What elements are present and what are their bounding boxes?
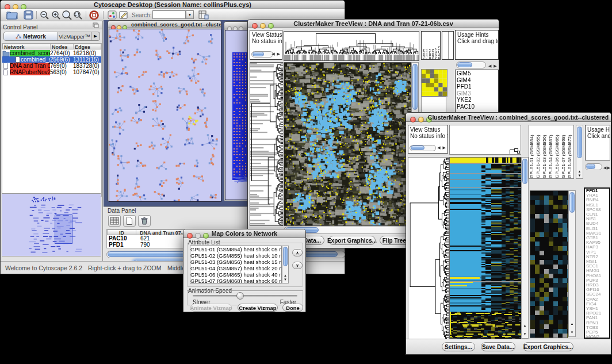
zoom-out-icon[interactable] bbox=[40, 10, 49, 20]
search-input[interactable] bbox=[152, 10, 186, 19]
gene-label[interactable]: PUF3 bbox=[586, 278, 609, 283]
help-lifering-icon[interactable] bbox=[89, 10, 99, 20]
gene-label[interactable]: ELG1 bbox=[586, 227, 609, 231]
zoom-in-icon[interactable] bbox=[51, 10, 61, 20]
tab-vizmapper[interactable]: VizMapper™ bbox=[58, 32, 91, 40]
float-panel-icon[interactable] bbox=[93, 22, 99, 28]
gene-label[interactable]: GIM3 bbox=[457, 90, 498, 97]
network-table-header[interactable]: Network Nodes Edges bbox=[2, 44, 101, 49]
speed-slider-thumb[interactable] bbox=[236, 292, 244, 300]
dialog-titlebar[interactable]: Map Colors to Network bbox=[183, 229, 305, 238]
create-vizmap-button[interactable]: Create Vizmap bbox=[238, 304, 278, 312]
treeview2-row-dendrogram[interactable] bbox=[408, 157, 449, 340]
treeview2-titlebar[interactable]: ClusterMaker TreeView : combined_scores_… bbox=[406, 113, 611, 122]
tab-overflow-arrow[interactable]: ▶ bbox=[91, 32, 100, 40]
gene-label[interactable]: GTB1 bbox=[586, 236, 609, 240]
gene-label[interactable]: SPC98 bbox=[586, 208, 609, 212]
network-row-combined-scores[interactable]: combined_scores 2764(0) 16218(0) bbox=[2, 50, 101, 56]
gene-label[interactable]: MSL1 bbox=[586, 203, 609, 208]
gene-label[interactable]: HRD3 bbox=[586, 283, 609, 288]
zoom-selected-icon[interactable] bbox=[73, 10, 83, 20]
settings-button[interactable]: Settings... bbox=[442, 342, 475, 351]
gene-label[interactable]: NIS1 bbox=[586, 217, 609, 221]
gene-label[interactable]: FIG4 bbox=[586, 302, 609, 306]
done-button[interactable]: Done bbox=[282, 304, 303, 312]
treeview2-column-labels-vscrollbar[interactable]: ▲▼ bbox=[576, 125, 583, 179]
gene-label[interactable]: HAP3 bbox=[586, 245, 609, 250]
gene-label[interactable]: RPO21 bbox=[586, 311, 609, 316]
gene-label[interactable]: SEC24 bbox=[586, 292, 609, 297]
export-graphics-button[interactable]: Export Graphics... bbox=[523, 342, 573, 351]
gene-label[interactable]: YSH1 bbox=[586, 306, 609, 311]
gene-label[interactable]: SEC1 bbox=[586, 264, 609, 269]
attribute-list[interactable]: GPL51-01 (GSM854) heat shock 05 minGPL51… bbox=[190, 246, 282, 283]
zoom-fit-icon[interactable] bbox=[62, 10, 72, 21]
gene-label[interactable]: PAN1 bbox=[586, 316, 609, 320]
new-attribute-button[interactable] bbox=[123, 215, 136, 227]
view-status-hscrollbar[interactable] bbox=[251, 51, 273, 58]
gene-label[interactable]: BUD4 bbox=[586, 221, 609, 226]
attribute-list-item[interactable]: GPL51-03 (GSM856) heat shock 15 min bbox=[190, 259, 281, 265]
treeview1-row-dendrogram[interactable] bbox=[250, 62, 283, 226]
gene-label[interactable]: CLN1 bbox=[586, 212, 609, 217]
attribute-list-item[interactable]: GPL51-04 (GSM857) heat shock 20 min bbox=[190, 265, 281, 271]
animate-vizmap-button[interactable]: Animate Vizmap bbox=[190, 304, 232, 312]
treeview2-mini-vscrollbar[interactable]: ▲▼ bbox=[568, 190, 576, 337]
gene-label[interactable]: GIM5 bbox=[457, 70, 498, 77]
gene-label[interactable]: YKE2 bbox=[457, 97, 498, 104]
save-data-button[interactable]: Save Data... bbox=[481, 342, 515, 351]
gene-label[interactable]: GIM4 bbox=[457, 77, 498, 84]
delete-attribute-button[interactable] bbox=[138, 215, 151, 227]
gene-label[interactable]: HMG1 bbox=[586, 269, 609, 273]
minimize-icon[interactable] bbox=[418, 117, 424, 122]
treeview1-heatmap[interactable] bbox=[284, 62, 411, 226]
treeview1-column-dendrogram[interactable] bbox=[284, 31, 419, 61]
usage-hints-hscrollbar[interactable] bbox=[456, 62, 486, 68]
close-icon[interactable] bbox=[410, 117, 416, 122]
gene-label[interactable]: KAP95 bbox=[586, 240, 609, 245]
network-overview-canvas[interactable] bbox=[2, 193, 101, 256]
table-view-button[interactable] bbox=[108, 215, 121, 227]
network-row-dna-tran[interactable]: DNA and Tran 07 769(0) 183728(0) bbox=[2, 63, 101, 69]
network-row-rnapuber[interactable]: RNAPuberNov2+ 563(0) 107847(0) bbox=[2, 69, 101, 75]
gene-label[interactable]: MON2 bbox=[586, 335, 609, 339]
cytopanel-icon[interactable] bbox=[108, 10, 117, 20]
gene-label[interactable]: MAK31 bbox=[586, 231, 609, 236]
export-graphics-button[interactable]: Export Graphics... bbox=[328, 236, 376, 245]
open-folder-icon[interactable] bbox=[6, 10, 18, 20]
gene-label[interactable]: RPN1 bbox=[586, 321, 609, 325]
main-titlebar[interactable]: Cytoscape Desktop (Session Name: collins… bbox=[1, 1, 345, 9]
tab-network[interactable]: Network bbox=[4, 32, 58, 40]
move-down-button[interactable]: ∨ bbox=[292, 262, 303, 269]
attribute-list-item[interactable]: GPL51-02 (GSM855) heat shock 10 min bbox=[190, 252, 281, 259]
attribute-list-vscrollbar[interactable]: ▲▼ bbox=[282, 246, 289, 283]
network-row-combined-sco[interactable]: combined_sco 2569(6) 13112(15) bbox=[2, 56, 101, 63]
gene-label[interactable]: MSI1 bbox=[586, 259, 609, 264]
gene-label[interactable]: PFD1 bbox=[457, 83, 498, 90]
gene-label[interactable]: PHO81 bbox=[586, 274, 609, 278]
search-dropdown[interactable]: ▼ bbox=[186, 10, 194, 19]
annotation-icon[interactable] bbox=[119, 10, 129, 20]
gene-label[interactable]: NTR2 bbox=[586, 255, 609, 259]
speed-slider-track[interactable] bbox=[193, 295, 297, 297]
treeview1-correlation-mini-heatmap[interactable] bbox=[421, 69, 447, 97]
treeview2-heatmap[interactable] bbox=[449, 157, 522, 340]
gene-label[interactable]: VIP1 bbox=[586, 250, 609, 255]
treeview2-mini-heatmap[interactable] bbox=[530, 190, 568, 338]
view-status-hscrollbar[interactable] bbox=[410, 145, 436, 151]
treeview2-gene-list[interactable]: PFD1YRA1RNR4MSL1SPC98CLN1NIS1BUD4ELG1MAK… bbox=[584, 187, 610, 339]
gene-label[interactable]: GPI16 bbox=[586, 288, 609, 292]
gene-label[interactable]: PAC10 bbox=[457, 104, 498, 110]
gene-label[interactable]: PFD1 bbox=[586, 189, 609, 193]
save-icon[interactable] bbox=[24, 10, 33, 20]
treeview2-vscrollbar[interactable]: ▲▼ bbox=[521, 157, 529, 339]
attribute-list-item[interactable]: GPL51-01 (GSM854) heat shock 05 min bbox=[190, 246, 281, 252]
attribute-browser-icon[interactable] bbox=[198, 10, 209, 20]
gene-label[interactable]: CPA2 bbox=[586, 297, 609, 302]
network-view-1-canvas[interactable] bbox=[109, 29, 221, 202]
usage-hints-hscrollbar[interactable] bbox=[585, 163, 602, 170]
move-up-button[interactable]: ∧ bbox=[292, 249, 303, 256]
attribute-list-item[interactable]: GPL51-07 (GSM868) heat shock 60 min bbox=[190, 278, 281, 283]
gene-label[interactable]: RNR4 bbox=[586, 198, 609, 202]
gene-label[interactable]: PEP5 bbox=[586, 330, 609, 335]
